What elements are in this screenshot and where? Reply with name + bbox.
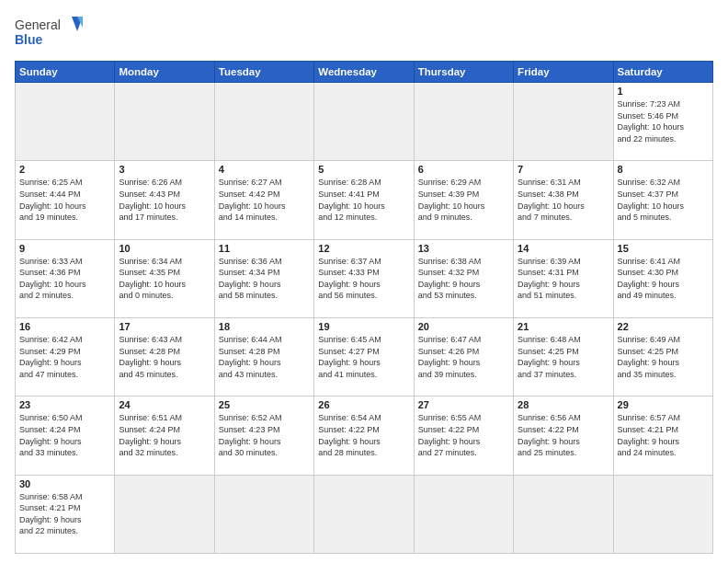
day-info: Sunrise: 6:58 AM Sunset: 4:21 PM Dayligh… [19, 491, 110, 537]
svg-text:General: General [15, 17, 61, 32]
day-number: 13 [418, 243, 509, 254]
calendar-cell: 5Sunrise: 6:28 AM Sunset: 4:41 PM Daylig… [314, 161, 414, 239]
day-info: Sunrise: 7:23 AM Sunset: 5:46 PM Dayligh… [618, 98, 709, 144]
calendar-cell [115, 83, 214, 161]
day-number: 27 [418, 399, 509, 410]
header: General Blue [15, 13, 713, 53]
weekday-header-saturday: Saturday [613, 62, 712, 83]
calendar-cell: 25Sunrise: 6:52 AM Sunset: 4:23 PM Dayli… [214, 396, 313, 475]
day-number: 9 [19, 243, 110, 254]
day-number: 29 [618, 399, 709, 410]
day-number: 21 [518, 321, 609, 332]
calendar-cell: 21Sunrise: 6:48 AM Sunset: 4:25 PM Dayli… [514, 317, 613, 396]
day-info: Sunrise: 6:39 AM Sunset: 4:31 PM Dayligh… [518, 256, 609, 302]
svg-text:Blue: Blue [15, 32, 43, 47]
calendar-cell [514, 83, 613, 161]
calendar-cell: 8Sunrise: 6:32 AM Sunset: 4:37 PM Daylig… [613, 161, 712, 239]
day-number: 28 [518, 399, 609, 410]
calendar-cell: 6Sunrise: 6:29 AM Sunset: 4:39 PM Daylig… [414, 161, 513, 239]
day-info: Sunrise: 6:56 AM Sunset: 4:22 PM Dayligh… [518, 412, 609, 458]
day-info: Sunrise: 6:37 AM Sunset: 4:33 PM Dayligh… [318, 256, 409, 302]
calendar-cell: 27Sunrise: 6:55 AM Sunset: 4:22 PM Dayli… [414, 396, 513, 475]
calendar-cell: 29Sunrise: 6:57 AM Sunset: 4:21 PM Dayli… [613, 396, 712, 475]
day-number: 4 [219, 164, 310, 175]
day-info: Sunrise: 6:48 AM Sunset: 4:25 PM Dayligh… [518, 334, 609, 380]
calendar-cell: 4Sunrise: 6:27 AM Sunset: 4:42 PM Daylig… [214, 161, 313, 239]
day-info: Sunrise: 6:38 AM Sunset: 4:32 PM Dayligh… [418, 256, 509, 302]
day-number: 1 [618, 86, 709, 97]
day-number: 16 [19, 321, 110, 332]
day-info: Sunrise: 6:44 AM Sunset: 4:28 PM Dayligh… [219, 334, 310, 380]
calendar-cell [214, 475, 313, 553]
day-info: Sunrise: 6:36 AM Sunset: 4:34 PM Dayligh… [219, 256, 310, 302]
day-number: 30 [19, 478, 110, 489]
calendar-cell [314, 475, 414, 553]
day-info: Sunrise: 6:41 AM Sunset: 4:30 PM Dayligh… [618, 256, 709, 302]
weekday-header-sunday: Sunday [16, 62, 115, 83]
day-number: 14 [518, 243, 609, 254]
calendar-cell [414, 475, 513, 553]
day-info: Sunrise: 6:42 AM Sunset: 4:29 PM Dayligh… [19, 334, 110, 380]
day-number: 15 [618, 243, 709, 254]
day-number: 22 [618, 321, 709, 332]
day-info: Sunrise: 6:50 AM Sunset: 4:24 PM Dayligh… [19, 412, 110, 458]
calendar-cell: 17Sunrise: 6:43 AM Sunset: 4:28 PM Dayli… [115, 317, 214, 396]
calendar-cell: 15Sunrise: 6:41 AM Sunset: 4:30 PM Dayli… [613, 239, 712, 317]
day-info: Sunrise: 6:27 AM Sunset: 4:42 PM Dayligh… [219, 177, 310, 223]
calendar-cell: 12Sunrise: 6:37 AM Sunset: 4:33 PM Dayli… [314, 239, 414, 317]
day-number: 5 [318, 164, 409, 175]
day-info: Sunrise: 6:51 AM Sunset: 4:24 PM Dayligh… [119, 412, 210, 458]
day-info: Sunrise: 6:32 AM Sunset: 4:37 PM Dayligh… [618, 177, 709, 223]
calendar-cell [214, 83, 313, 161]
logo: General Blue [15, 13, 88, 53]
day-number: 17 [119, 321, 210, 332]
calendar-cell [115, 475, 214, 553]
calendar-cell: 10Sunrise: 6:34 AM Sunset: 4:35 PM Dayli… [115, 239, 214, 317]
calendar-cell: 24Sunrise: 6:51 AM Sunset: 4:24 PM Dayli… [115, 396, 214, 475]
calendar-cell: 23Sunrise: 6:50 AM Sunset: 4:24 PM Dayli… [16, 396, 115, 475]
day-info: Sunrise: 6:34 AM Sunset: 4:35 PM Dayligh… [119, 256, 210, 302]
calendar-cell: 13Sunrise: 6:38 AM Sunset: 4:32 PM Dayli… [414, 239, 513, 317]
calendar-cell: 30Sunrise: 6:58 AM Sunset: 4:21 PM Dayli… [16, 475, 115, 553]
day-info: Sunrise: 6:45 AM Sunset: 4:27 PM Dayligh… [318, 334, 409, 380]
day-number: 26 [318, 399, 409, 410]
weekday-header-monday: Monday [115, 62, 214, 83]
calendar-cell: 16Sunrise: 6:42 AM Sunset: 4:29 PM Dayli… [16, 317, 115, 396]
weekday-header-tuesday: Tuesday [214, 62, 313, 83]
day-number: 10 [119, 243, 210, 254]
day-info: Sunrise: 6:52 AM Sunset: 4:23 PM Dayligh… [219, 412, 310, 458]
calendar-cell [613, 475, 712, 553]
day-number: 23 [19, 399, 110, 410]
calendar-cell: 20Sunrise: 6:47 AM Sunset: 4:26 PM Dayli… [414, 317, 513, 396]
day-number: 7 [518, 164, 609, 175]
day-number: 20 [418, 321, 509, 332]
calendar-cell [414, 83, 513, 161]
day-number: 6 [418, 164, 509, 175]
day-info: Sunrise: 6:28 AM Sunset: 4:41 PM Dayligh… [318, 177, 409, 223]
day-number: 18 [219, 321, 310, 332]
day-number: 2 [19, 164, 110, 175]
calendar-cell: 19Sunrise: 6:45 AM Sunset: 4:27 PM Dayli… [314, 317, 414, 396]
day-number: 12 [318, 243, 409, 254]
calendar-cell: 26Sunrise: 6:54 AM Sunset: 4:22 PM Dayli… [314, 396, 414, 475]
calendar-cell: 1Sunrise: 7:23 AM Sunset: 5:46 PM Daylig… [613, 83, 712, 161]
day-number: 19 [318, 321, 409, 332]
day-info: Sunrise: 6:26 AM Sunset: 4:43 PM Dayligh… [119, 177, 210, 223]
weekday-header-friday: Friday [514, 62, 613, 83]
calendar-cell [16, 83, 115, 161]
calendar-cell: 9Sunrise: 6:33 AM Sunset: 4:36 PM Daylig… [16, 239, 115, 317]
day-info: Sunrise: 6:31 AM Sunset: 4:38 PM Dayligh… [518, 177, 609, 223]
day-number: 25 [219, 399, 310, 410]
calendar-cell: 2Sunrise: 6:25 AM Sunset: 4:44 PM Daylig… [16, 161, 115, 239]
calendar-cell: 11Sunrise: 6:36 AM Sunset: 4:34 PM Dayli… [214, 239, 313, 317]
calendar-cell [514, 475, 613, 553]
day-number: 3 [119, 164, 210, 175]
day-info: Sunrise: 6:49 AM Sunset: 4:25 PM Dayligh… [618, 334, 709, 380]
calendar-table: SundayMondayTuesdayWednesdayThursdayFrid… [15, 61, 713, 554]
weekday-header-wednesday: Wednesday [314, 62, 414, 83]
calendar-cell: 18Sunrise: 6:44 AM Sunset: 4:28 PM Dayli… [214, 317, 313, 396]
day-info: Sunrise: 6:43 AM Sunset: 4:28 PM Dayligh… [119, 334, 210, 380]
calendar-cell [314, 83, 414, 161]
day-number: 8 [618, 164, 709, 175]
day-info: Sunrise: 6:25 AM Sunset: 4:44 PM Dayligh… [19, 177, 110, 223]
